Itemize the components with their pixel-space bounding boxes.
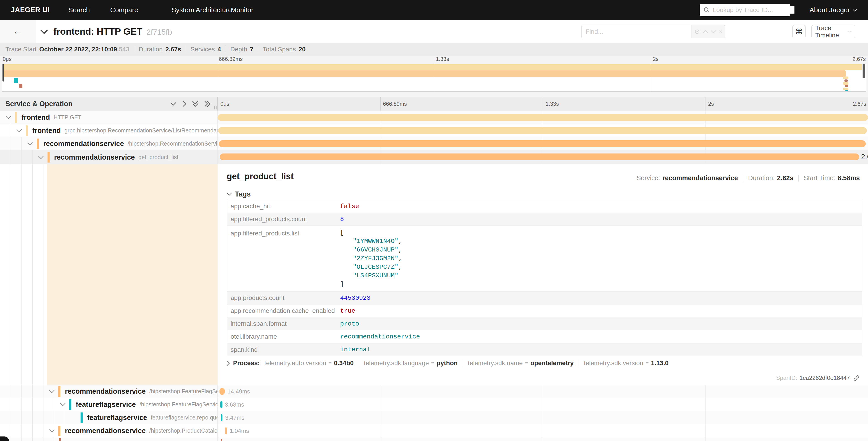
service-operation-header: Service & Operation xyxy=(5,97,72,111)
process-tag: telemetry.sdk.version=1.13.0 xyxy=(584,359,669,367)
chevron-right-icon xyxy=(227,360,230,366)
collapse-all-icon[interactable] xyxy=(192,101,198,107)
chevron-down-icon[interactable] xyxy=(49,429,55,433)
span-service: recommendationservice xyxy=(65,387,146,395)
chevron-down-icon[interactable] xyxy=(16,129,22,133)
span-duration-bar[interactable] xyxy=(220,401,222,408)
find-clear-icon[interactable]: × xyxy=(719,29,722,35)
ruler-tick: 2.67s xyxy=(853,97,866,111)
span-row[interactable]: frontend grpc.hipstershop.Recommendation… xyxy=(0,124,868,137)
span-duration-bar[interactable] xyxy=(218,127,867,134)
minimap-tick: 0μs xyxy=(3,56,11,62)
chevron-down-icon[interactable] xyxy=(38,155,44,159)
minimap-span-bar xyxy=(2,64,862,70)
tag-row: app.cache_hit false xyxy=(227,200,862,213)
span-duration-bar[interactable] xyxy=(221,414,222,421)
span-row[interactable]: featureflagservice featureflagservice.re… xyxy=(0,411,868,424)
process-label: Process: xyxy=(233,359,260,367)
about-jaeger-menu[interactable]: About Jaeger xyxy=(810,0,857,20)
span-row[interactable]: recommendationservice /hipstershop.Recom… xyxy=(0,137,868,150)
span-row[interactable]: recommendationservice /hipstershop.Produ… xyxy=(0,424,868,437)
minimap-left-handle[interactable] xyxy=(2,64,4,82)
trace-view-select[interactable]: Trace Timeline xyxy=(811,25,855,38)
span-operation: /hipstershop.FeatureFlagService/Ge... xyxy=(140,401,217,408)
span-duration-label: 3.47ms xyxy=(225,411,244,424)
tags-section-toggle[interactable]: Tags xyxy=(227,190,251,198)
minimap-right-handle[interactable] xyxy=(863,64,865,78)
trace-view-label: Trace Timeline xyxy=(815,25,848,39)
minimap-tick: 2.67s xyxy=(852,56,866,62)
tag-row: app.recommendation.cache_enabled true xyxy=(227,304,862,317)
services-value: 4 xyxy=(217,46,221,53)
top-nav: JAEGER UI Search Compare System Architec… xyxy=(0,0,868,20)
search-icon xyxy=(703,6,710,13)
command-icon: ⌘ xyxy=(795,27,803,36)
minimap-span-bar xyxy=(845,90,848,91)
chevron-down-icon[interactable] xyxy=(27,142,33,146)
depth-label: Depth xyxy=(230,46,247,53)
minimap-tick: 1.33s xyxy=(436,56,449,62)
column-resizer-handle[interactable] xyxy=(214,106,217,109)
product-id: "2ZYFJ3GM2N" xyxy=(353,255,399,262)
span-duration-bar[interactable] xyxy=(218,114,868,121)
find-next-icon[interactable] xyxy=(711,30,716,33)
service-color-bar xyxy=(58,386,60,396)
tag-key: app.cache_hit xyxy=(227,203,340,210)
focus-target-icon[interactable] xyxy=(694,29,700,35)
chevron-down-icon[interactable] xyxy=(60,403,66,406)
span-duration-bar[interactable] xyxy=(221,439,222,441)
chevron-down-icon[interactable] xyxy=(49,390,55,393)
minimap-canvas[interactable] xyxy=(2,64,866,91)
minimap-span-bar xyxy=(843,77,848,79)
span-service: frontend xyxy=(32,126,61,135)
span-duration-bar[interactable] xyxy=(219,140,866,147)
tag-row: internal.span.format proto xyxy=(227,317,862,330)
span-row[interactable]: featureflagservice /hipstershop.FeatureF… xyxy=(0,398,868,411)
tags-section-title: Tags xyxy=(235,190,251,198)
span-service: featureflagservice xyxy=(87,414,147,422)
span-duration-bar[interactable] xyxy=(225,428,227,434)
span-service: recommendationservice xyxy=(65,427,146,435)
minimap-tick: 666.89ms xyxy=(219,56,243,62)
timeline-header-left: Service & Operation xyxy=(0,97,218,111)
service-color-bar xyxy=(37,139,39,149)
nav-compare[interactable]: Compare xyxy=(110,0,138,20)
tag-value: internal xyxy=(340,346,370,353)
collapse-one-icon[interactable] xyxy=(170,102,177,106)
nav-search[interactable]: Search xyxy=(68,0,90,20)
span-row-selected[interactable]: recommendationservice get_product_list 2… xyxy=(0,150,868,164)
trace-collapse-toggle[interactable] xyxy=(40,29,48,34)
trace-header: ← frontend: HTTP GET2f715fb × ⌘ Trace Ti… xyxy=(0,20,868,43)
link-icon[interactable] xyxy=(853,375,860,381)
nav-system-architecture[interactable]: System Architecture xyxy=(172,0,232,20)
services-label: Services xyxy=(190,46,215,53)
span-duration-label: 2.62s xyxy=(861,150,868,164)
trace-lookup-input[interactable] xyxy=(713,6,795,13)
app-logo[interactable]: JAEGER UI xyxy=(11,0,50,20)
span-row-partial[interactable] xyxy=(0,437,868,441)
product-id: "66VCHSJNUP" xyxy=(353,246,399,253)
span-duration-bar[interactable] xyxy=(220,153,859,160)
minimap-span-bar xyxy=(843,88,848,90)
find-prev-icon[interactable] xyxy=(703,30,708,33)
expand-one-icon[interactable] xyxy=(182,101,186,107)
span-row[interactable]: recommendationservice /hipstershop.Featu… xyxy=(0,385,868,398)
find-input[interactable] xyxy=(581,25,691,38)
tag-row: otel.library.name recommendationservice xyxy=(227,330,862,343)
chevron-down-icon[interactable] xyxy=(5,116,11,119)
tag-key: app.recommendation.cache_enabled xyxy=(227,307,340,315)
tag-key: span.kind xyxy=(227,346,340,353)
span-detail-title: get_product_list xyxy=(227,172,294,181)
span-duration-label: 1.04ms xyxy=(230,424,249,437)
nav-monitor[interactable]: Monitor xyxy=(231,0,253,20)
back-button[interactable]: ← xyxy=(0,20,36,43)
span-id-value: 1ca2262df0e18447 xyxy=(800,375,850,381)
span-duration-bar[interactable] xyxy=(219,388,225,395)
process-section[interactable]: Process: telemetry.auto.version=0.34b0 t… xyxy=(227,359,669,367)
span-service: recommendationservice xyxy=(54,153,135,161)
span-row[interactable]: frontend HTTP GET xyxy=(0,111,868,124)
total-spans-label: Total Spans xyxy=(263,46,296,53)
keyboard-shortcuts-button[interactable]: ⌘ xyxy=(793,25,806,38)
expand-all-icon[interactable] xyxy=(204,101,211,107)
service-color-bar xyxy=(59,438,61,441)
